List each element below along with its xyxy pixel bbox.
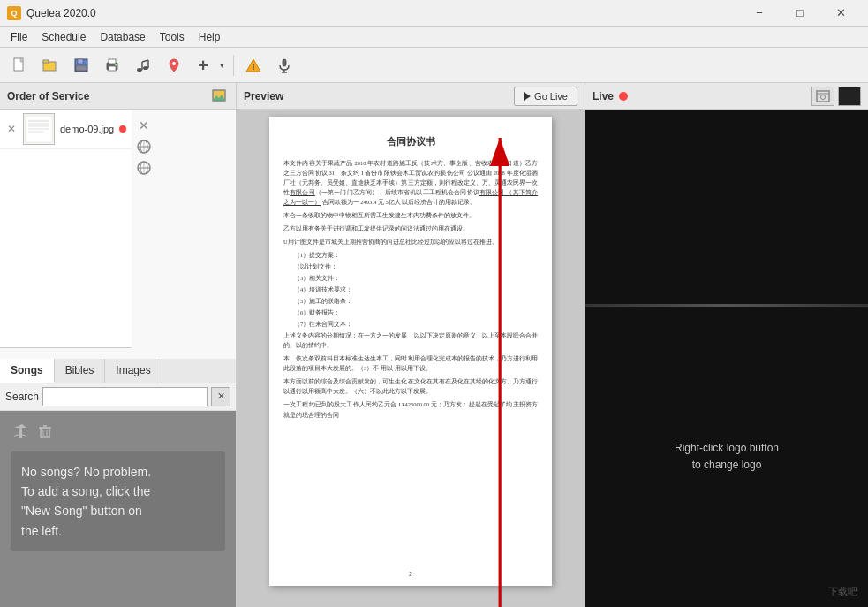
add-song-button[interactable]	[11, 421, 30, 441]
menu-schedule[interactable]: Schedule	[34, 27, 93, 47]
audio-button[interactable]	[129, 51, 157, 80]
oos-item-active-dot	[119, 125, 126, 133]
svg-rect-47	[817, 91, 829, 102]
left-panel: Order of Service ✕	[0, 83, 237, 607]
no-songs-message: No songs? No problem. To add a song, cli…	[11, 451, 225, 552]
doc-page-number: 2	[409, 570, 412, 580]
microphone-icon	[276, 57, 292, 73]
menu-help[interactable]: Help	[192, 27, 228, 47]
live-title: Live	[593, 90, 614, 102]
svg-rect-40	[41, 428, 49, 437]
add-song-icon	[11, 422, 29, 440]
oos-header: Order of Service	[0, 83, 236, 110]
location-button[interactable]	[160, 51, 188, 80]
menu-tools[interactable]: Tools	[153, 27, 192, 47]
songs-content: No songs? No problem. To add a song, cli…	[0, 411, 236, 608]
live-black-button[interactable]	[838, 87, 861, 106]
oos-title: Order of Service	[7, 90, 89, 102]
right-click-msg-line2: to change logo	[692, 459, 762, 471]
window-controls: − □ ✕	[739, 0, 861, 27]
doc-title: 合同协议书	[387, 134, 435, 149]
live-controls	[811, 87, 861, 106]
warning-icon: !	[245, 57, 261, 73]
live-logo-button[interactable]	[811, 87, 834, 106]
search-bar: Search ✕	[0, 383, 236, 411]
doc-body: 本文件内容关于果蔬产品 2018 年农村道路施工反（技术方、事企版、营收农业合口…	[283, 158, 538, 423]
save-icon	[73, 57, 89, 73]
tab-images[interactable]: Images	[105, 359, 162, 383]
print-icon	[104, 57, 120, 73]
oos-item-name: demo-09.jpg	[60, 124, 114, 134]
oos-remove-button[interactable]: ✕	[5, 123, 18, 135]
tab-bibles[interactable]: Bibles	[55, 359, 106, 383]
app-icon: Q	[7, 6, 21, 20]
svg-rect-2	[43, 60, 49, 63]
menu-bar: File Schedule Database Tools Help	[0, 27, 868, 48]
thumbnail-preview	[24, 114, 54, 144]
main-layout: Order of Service ✕	[0, 83, 868, 607]
svg-point-10	[137, 68, 142, 72]
oos-side-remove-button[interactable]: ✕	[135, 117, 153, 134]
add-group: + ▾	[191, 51, 228, 80]
live-status-dot	[619, 92, 628, 101]
logo-icon	[816, 90, 830, 102]
oos-thumbnail	[23, 113, 55, 145]
go-live-play-icon	[524, 92, 531, 101]
oos-list: ✕ demo-09.jpg	[0, 110, 132, 348]
open-icon	[42, 57, 58, 73]
menu-database[interactable]: Database	[93, 27, 152, 47]
audio-icon	[135, 57, 151, 73]
location-icon	[166, 57, 182, 73]
preview-title: Preview	[244, 90, 283, 102]
preview-header: Preview Go Live	[237, 83, 585, 110]
go-live-button[interactable]: Go Live	[514, 87, 577, 106]
app-title: Quelea 2020.0	[26, 7, 96, 19]
toolbar-separator	[233, 55, 234, 76]
image-icon	[212, 89, 226, 103]
search-input[interactable]	[42, 387, 208, 406]
search-label: Search	[5, 391, 39, 403]
add-dropdown-button[interactable]: ▾	[215, 51, 228, 80]
oos-side-buttons: ✕	[132, 110, 156, 359]
oos-side-globe2-button[interactable]	[135, 159, 153, 177]
oos-settings-button[interactable]	[209, 87, 229, 106]
tab-songs[interactable]: Songs	[0, 359, 55, 383]
svg-rect-18	[283, 59, 286, 66]
close-button[interactable]: ✕	[820, 0, 861, 27]
add-button[interactable]: +	[191, 51, 215, 80]
trash-icon	[37, 423, 53, 439]
globe2-icon	[136, 160, 152, 176]
open-button[interactable]	[36, 51, 64, 80]
preview-content: 合同协议书 本文件内容关于果蔬产品 2018 年农村道路施工反（技术方、事企版、…	[237, 110, 585, 607]
new-file-button[interactable]	[5, 51, 34, 80]
microphone-button[interactable]	[270, 51, 298, 80]
maximize-button[interactable]: □	[780, 0, 820, 27]
print-button[interactable]	[98, 51, 126, 80]
oos-content-row: ✕ demo-09.jpg	[0, 110, 236, 359]
right-click-msg-line1: Right-click logo button	[675, 442, 779, 454]
save-button[interactable]	[67, 51, 95, 80]
live-header: Live	[585, 83, 868, 110]
songs-action-buttons	[11, 421, 55, 441]
svg-point-11	[143, 66, 148, 70]
go-live-label: Go Live	[534, 91, 568, 102]
oos-item[interactable]: ✕ demo-09.jpg	[0, 110, 132, 149]
warning-button[interactable]: !	[239, 51, 268, 80]
minimize-button[interactable]: −	[739, 0, 780, 27]
toolbar: + ▾ !	[0, 48, 868, 83]
new-file-icon	[11, 57, 27, 73]
live-watermark: 下载吧	[828, 585, 857, 598]
menu-file[interactable]: File	[4, 27, 34, 47]
oos-side-globe1-button[interactable]	[135, 138, 153, 156]
search-clear-button[interactable]: ✕	[211, 387, 230, 406]
svg-text:!: !	[253, 63, 255, 72]
svg-rect-5	[76, 65, 87, 71]
bottom-tabs: Songs Bibles Images Search ✕	[0, 359, 236, 608]
svg-point-15	[172, 62, 176, 65]
live-title-row: Live	[593, 90, 628, 102]
right-click-message: Right-click logo button to change logo	[666, 431, 788, 482]
delete-song-button[interactable]	[35, 421, 55, 441]
svg-line-14	[142, 60, 148, 62]
svg-rect-8	[109, 66, 116, 71]
svg-point-24	[220, 91, 223, 95]
